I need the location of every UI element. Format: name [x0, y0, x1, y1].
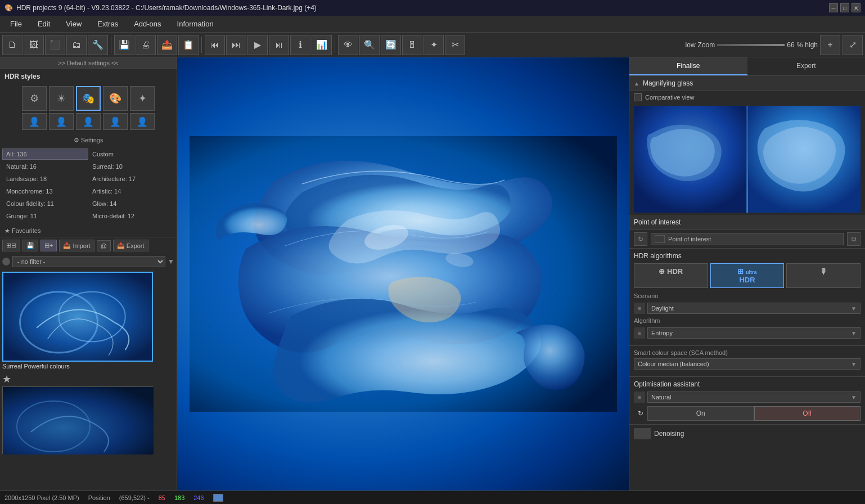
denoising-label: Denoising	[654, 430, 684, 438]
menu-file[interactable]: File	[2, 17, 30, 30]
zoom-slider[interactable]	[717, 44, 785, 46]
ultra-hdr-btn[interactable]: ⊞ ultra HDR	[710, 263, 785, 288]
save-preset-button[interactable]: 💾	[22, 240, 38, 251]
sca-dropdown[interactable]: Colour median (balanced) ▼	[634, 358, 861, 370]
refresh-button[interactable]: 🔄	[381, 35, 401, 55]
close-button[interactable]: ✕	[852, 3, 861, 12]
filter-select[interactable]: - no filter -	[12, 256, 165, 267]
thumbnail-2[interactable]: ★	[2, 373, 174, 454]
thumb-2-star[interactable]: ★	[2, 373, 11, 385]
toolbar-sep-1	[111, 37, 111, 53]
on-button[interactable]: On	[647, 406, 754, 421]
menubar: File Edit View Extras Add-ons Informatio…	[0, 16, 865, 33]
style-person-5[interactable]: 👤	[130, 113, 155, 130]
cat-grunge[interactable]: Grunge: 11	[2, 210, 88, 222]
email-button[interactable]: @	[97, 240, 111, 251]
import-button[interactable]: 📥 Import	[59, 240, 94, 251]
print-button[interactable]: 🖨	[136, 35, 156, 55]
save-button[interactable]: 💾	[114, 35, 134, 55]
tab-finalise[interactable]: Finalise	[629, 57, 747, 75]
poi-title: Point of interest	[634, 218, 681, 226]
lens-button[interactable]: 🔍	[359, 35, 380, 55]
cat-colour-fidelity[interactable]: Colour fidelity: 11	[2, 198, 88, 209]
browser-button[interactable]: 🗂	[66, 35, 87, 55]
cat-artistic[interactable]: Artistic: 14	[88, 186, 174, 197]
cat-glow[interactable]: Glow: 14	[88, 198, 174, 209]
detail-view-button[interactable]: ⊞+	[40, 240, 57, 251]
thumbnails: + ↻ Surreal Powerful colours ★	[0, 269, 177, 490]
style-person-2[interactable]: 👤	[49, 113, 74, 130]
bottom-toolbar: ⊞⊟ 💾 ⊞+ 📥 Import @ 📤 Export	[0, 237, 177, 254]
style-star[interactable]: ✦	[130, 86, 155, 111]
menu-addons[interactable]: Add-ons	[126, 17, 169, 30]
thumb-2-header: ★	[2, 373, 174, 385]
style-person-3[interactable]: 👤	[76, 113, 101, 130]
poi-refresh-button[interactable]: ↻	[634, 232, 647, 246]
cat-micro-detail[interactable]: Micro-detail: 12	[88, 210, 174, 222]
cat-monochrome[interactable]: Monochrome: 13	[2, 186, 88, 197]
tone-button[interactable]: 🎚	[402, 35, 422, 55]
comparative-view-checkbox[interactable]	[634, 93, 642, 101]
cat-surreal[interactable]: Surreal: 10	[88, 161, 174, 172]
tools-button[interactable]: 🔧	[88, 35, 108, 55]
copy-button[interactable]: 📋	[178, 35, 199, 55]
scenario-dropdown[interactable]: Daylight ▼	[647, 303, 861, 314]
algorithm-dropdown[interactable]: Entropy ▼	[647, 327, 861, 339]
settings-link[interactable]: ⚙ Settings	[0, 134, 177, 146]
style-person-1[interactable]: 👤	[22, 113, 47, 130]
export-button[interactable]: 📤	[157, 35, 177, 55]
new-button[interactable]: 🗋	[2, 35, 22, 55]
back-button[interactable]: ⏮	[205, 35, 225, 55]
cat-landscape[interactable]: Landscape: 18	[2, 173, 88, 184]
info-button[interactable]: ℹ	[290, 35, 310, 55]
menu-information[interactable]: Information	[169, 17, 222, 30]
forward-button[interactable]: ⏭	[226, 35, 246, 55]
thumb-image-2	[2, 386, 153, 454]
eye-button[interactable]: 👁	[338, 35, 358, 55]
sca-select-area: Colour median (balanced) ▼	[634, 358, 861, 370]
default-settings-bar[interactable]: >> Default settings <<	[0, 57, 177, 69]
off-button[interactable]: Off	[754, 406, 861, 421]
menu-edit[interactable]: Edit	[30, 17, 58, 30]
tab-expert[interactable]: Expert	[747, 57, 866, 75]
slideshow-button[interactable]: ⏯	[269, 35, 289, 55]
hdr-btn[interactable]: ⊕ HDR	[634, 263, 708, 288]
cat-architecture[interactable]: Architecture: 17	[88, 173, 174, 184]
style-color[interactable]: 🎨	[103, 86, 128, 111]
export-button[interactable]: 📤 Export	[113, 240, 148, 251]
style-auto[interactable]: ⚙	[22, 86, 47, 111]
maximize-button[interactable]: □	[840, 3, 849, 12]
window-buttons[interactable]: ─ □ ✕	[829, 3, 861, 12]
cat-all[interactable]: All: 136	[2, 148, 88, 160]
fit-button[interactable]: ⤢	[843, 35, 863, 55]
menu-extras[interactable]: Extras	[89, 17, 126, 30]
histogram-button[interactable]: 📊	[312, 35, 332, 55]
star-button[interactable]: ✦	[424, 35, 444, 55]
canvas-area[interactable]	[177, 57, 629, 490]
hdr-algorithm-buttons: ⊕ HDR ⊞ ultra HDR 🎙	[634, 263, 861, 288]
zoom-in-button[interactable]: +	[820, 35, 840, 55]
opt-value: Natural	[651, 394, 671, 400]
style-natural[interactable]: ☀	[49, 86, 74, 111]
thumbnail-1[interactable]: + ↻ Surreal Powerful colours	[2, 272, 174, 371]
filmstrip-button[interactable]: ⬛	[45, 35, 65, 55]
filter-dropdown-arrow[interactable]: ▼	[168, 258, 174, 266]
menu-view[interactable]: View	[58, 17, 89, 30]
cat-custom[interactable]: Custom	[88, 148, 174, 160]
play-button[interactable]: ▶	[247, 35, 268, 55]
mic-btn[interactable]: 🎙	[786, 263, 861, 288]
minimize-button[interactable]: ─	[829, 3, 838, 12]
g-value: 183	[174, 494, 184, 501]
opt-dropdown-arrow: ▼	[851, 394, 857, 400]
cat-natural[interactable]: Natural: 16	[2, 161, 88, 172]
poi-copy-button[interactable]: ⧉	[847, 232, 861, 246]
grid-view-button[interactable]: ⊞⊟	[2, 240, 20, 251]
r-value: 85	[159, 494, 165, 501]
style-person-4[interactable]: 👤	[103, 113, 128, 130]
open-button[interactable]: 🖼	[24, 35, 44, 55]
optimisation-section: Optimisation assistant ⊞ Natural ▼ ↻ On …	[629, 377, 865, 425]
opt-dropdown[interactable]: Natural ▼	[647, 392, 861, 403]
ultra-hdr-icon: ⊞	[737, 267, 744, 276]
style-dramatic[interactable]: 🎭	[76, 86, 101, 111]
crop-button[interactable]: ✂	[445, 35, 465, 55]
